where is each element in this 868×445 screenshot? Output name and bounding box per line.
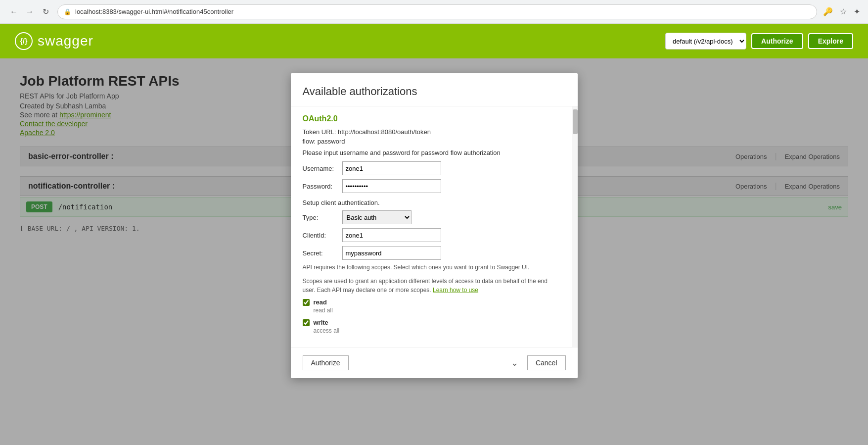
password-row: Password: [303,179,558,193]
browser-chrome: ← → ↻ 🔒 localhost:8383/swagger-ui.html#/… [0,0,868,24]
authorize-dropdown-arrow[interactable]: ⌄ [511,357,522,368]
app-container: {/} swagger default (/v2/api-docs) Autho… [0,24,868,445]
modal-scrollbar[interactable] [572,106,578,347]
modal-footer: Authorize ⌄ Cancel [291,347,578,378]
header-authorize-button[interactable]: Authorize [751,33,803,49]
reload-button[interactable]: ↻ [40,6,51,18]
please-input-text: Please input username and password for p… [303,149,558,156]
password-input[interactable] [342,179,441,193]
token-url-row: Token URL: http://localhost:8080/oauth/t… [303,128,558,136]
scope-write-row: write [303,319,558,326]
secret-label: Secret: [303,249,342,257]
browser-right-icons: 🔑 ☆ ✦ [823,7,860,16]
modal-authorize-button[interactable]: Authorize [303,355,349,370]
scope-read-name: read [314,298,327,306]
swagger-brand: {/} swagger [15,32,93,50]
scope-read-item: read read all [303,298,558,314]
type-label: Type: [303,214,342,221]
modal-title: Available authorizations [303,85,566,98]
key-icon: 🔑 [823,7,833,16]
client-auth-title: Setup client authentication. [303,199,558,206]
clientid-row: ClientId: [303,228,558,242]
modal-body[interactable]: OAuth2.0 Token URL: http://localhost:808… [291,106,578,347]
password-label: Password: [303,183,342,190]
scrollbar-thumb [573,109,578,134]
scope-read-row: read [303,298,558,306]
forward-button[interactable]: → [24,6,36,18]
extension-icon: ✦ [854,7,860,16]
type-row: Type: Basic auth No authentication [303,210,558,224]
username-input[interactable] [342,161,441,175]
scope-write-item: write access all [303,319,558,334]
api-selector[interactable]: default (/v2/api-docs) [665,33,746,49]
url-text: localhost:8383/swagger-ui.html#/notifica… [75,8,233,15]
clientid-label: ClientId: [303,232,342,239]
star-icon: ☆ [840,7,847,16]
modal-overlay: Available authorizations OAuth2.0 Token … [0,58,868,445]
learn-link[interactable]: Learn how to use [433,287,478,294]
scope-read-checkbox[interactable] [303,299,310,306]
modal-header: Available authorizations [291,73,578,106]
scope-read-desc: read all [314,307,558,314]
scopes-required-text-1: API requires the following scopes. Selec… [303,264,558,271]
swagger-title: swagger [38,33,93,49]
scope-write-name: write [314,319,328,326]
scope-write-desc: access all [314,327,558,334]
swagger-header: {/} swagger default (/v2/api-docs) Autho… [0,24,868,58]
address-bar[interactable]: 🔒 localhost:8383/swagger-ui.html#/notifi… [57,4,817,19]
flow-row: flow: password [303,138,558,145]
username-row: Username: [303,161,558,175]
lock-icon: 🔒 [64,8,71,15]
oauth-section-title: OAuth2.0 [303,114,558,123]
header-right: default (/v2/api-docs) Authorize Explore [665,33,853,49]
type-select[interactable]: Basic auth No authentication [342,210,411,224]
modal-dialog: Available authorizations OAuth2.0 Token … [291,73,578,378]
swagger-logo: {/} [15,32,33,50]
scope-write-checkbox[interactable] [303,319,310,326]
header-explore-button[interactable]: Explore [808,33,853,49]
modal-cancel-button[interactable]: Cancel [527,355,566,370]
scopes-info: Scopes are used to grant an application … [303,277,558,295]
secret-row: Secret: [303,246,558,260]
secret-input[interactable] [342,246,441,260]
back-button[interactable]: ← [8,6,20,18]
page-content: Job Platform REST APIs REST APIs for Job… [0,58,868,445]
clientid-input[interactable] [342,228,441,242]
username-label: Username: [303,165,342,172]
browser-nav-buttons: ← → ↻ [8,6,51,18]
